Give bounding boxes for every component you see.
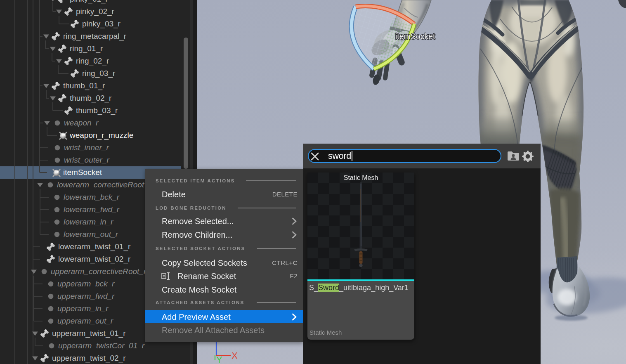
svg-text:itemSocket: itemSocket bbox=[395, 32, 435, 41]
svg-text:X: X bbox=[232, 350, 238, 361]
svg-text:Y: Y bbox=[216, 355, 222, 364]
